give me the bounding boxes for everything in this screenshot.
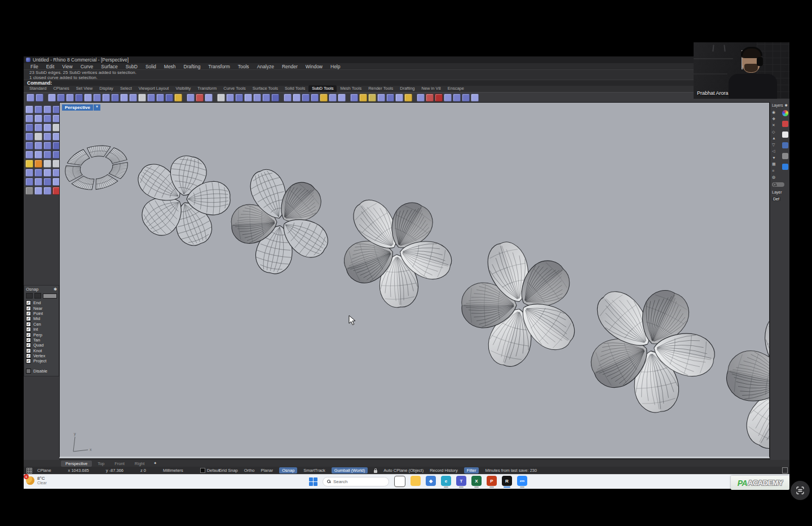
osnap-option-quad[interactable]: ✓Quad: [26, 343, 57, 348]
toolbar-button-47[interactable]: [462, 94, 470, 102]
osnap-option-point[interactable]: ✓Point: [26, 311, 57, 316]
osnap-tool-button-2[interactable]: [34, 293, 41, 299]
menu-mesh[interactable]: Mesh: [160, 64, 180, 69]
osnap-option-tan[interactable]: ✓Tan: [26, 337, 57, 343]
osnap-option-cen[interactable]: ✓Cen: [26, 322, 57, 327]
toolbar-tab-visibility[interactable]: Visibility: [172, 85, 194, 92]
menu-render[interactable]: Render: [278, 64, 302, 69]
toolbar-button-30[interactable]: [302, 94, 310, 102]
layers-tool-icon-11[interactable]: ◍: [772, 175, 776, 179]
toolbar-button-28[interactable]: [284, 94, 292, 102]
toolbar-button-31[interactable]: [311, 94, 319, 102]
status-default[interactable]: Default: [200, 468, 220, 473]
toolbar-button-15[interactable]: [156, 94, 164, 102]
sidebar-tool-18[interactable]: [34, 142, 42, 150]
toolbar-button-12[interactable]: [129, 94, 137, 102]
sidebar-tool-39[interactable]: [43, 187, 51, 195]
toolbar-button-8[interactable]: [93, 94, 101, 102]
title-bar[interactable]: Untitled - Rhino 8 Commercial - [Perspec…: [24, 56, 789, 63]
viewport-tab-perspective[interactable]: Perspective: [61, 461, 92, 467]
status-filter[interactable]: Filter: [464, 467, 479, 474]
sidebar-tool-31[interactable]: [43, 169, 51, 177]
taskbar-search[interactable]: Search: [323, 477, 389, 486]
gear-icon[interactable]: ✱: [785, 103, 788, 108]
menu-window[interactable]: Window: [302, 64, 326, 69]
menu-edit[interactable]: Edit: [42, 64, 59, 69]
toolbar-tab-surface-tools[interactable]: Surface Tools: [249, 85, 281, 92]
taskbar-app-3d-viewer[interactable]: ◆: [426, 476, 436, 486]
toolbar-button-18[interactable]: [187, 94, 195, 102]
toolbar-button-2[interactable]: [36, 94, 43, 102]
status-y-87-366[interactable]: y -87.366: [106, 468, 123, 473]
viewport-canvas[interactable]: xy: [60, 103, 769, 457]
viewport-title[interactable]: Perspective ▼: [62, 104, 100, 111]
taskbar-app-zoom[interactable]: zm: [517, 476, 527, 486]
menu-surface[interactable]: Surface: [97, 64, 121, 69]
sidebar-tool-6[interactable]: [34, 115, 42, 122]
osnap-option-project[interactable]: ✓Project: [26, 358, 57, 363]
gear-icon[interactable]: ✱: [54, 287, 57, 292]
menu-solid[interactable]: Solid: [142, 64, 160, 69]
checkbox-icon[interactable]: ✓: [26, 300, 31, 305]
toolbar-button-13[interactable]: [138, 94, 146, 102]
checkbox-icon[interactable]: ✓: [26, 311, 31, 316]
toolbar-button-41[interactable]: [404, 94, 412, 102]
start-button[interactable]: [309, 477, 317, 486]
toolbar-tab-mesh-tools[interactable]: Mesh Tools: [337, 85, 365, 92]
taskbar-app-excel[interactable]: X: [471, 476, 482, 486]
menu-help[interactable]: Help: [326, 64, 344, 69]
checkbox-icon[interactable]: [26, 369, 31, 374]
toolbar-button-20[interactable]: [205, 94, 213, 102]
checkbox-icon[interactable]: ✓: [26, 327, 31, 332]
screen-capture-button[interactable]: [791, 481, 810, 500]
viewport-tab-top[interactable]: Top: [93, 461, 109, 467]
toolbar-button-16[interactable]: [165, 94, 173, 102]
toolbar-button-42[interactable]: [417, 94, 425, 102]
sidebar-tool-1[interactable]: [25, 106, 33, 113]
taskbar-app-powerpoint[interactable]: P: [487, 476, 497, 486]
toolbar-button-26[interactable]: [262, 94, 270, 102]
osnap-option-end[interactable]: ✓End: [26, 300, 57, 305]
checkbox-icon[interactable]: ✓: [26, 358, 31, 363]
toolbar-button-33[interactable]: [329, 94, 337, 102]
menu-view[interactable]: View: [58, 64, 76, 69]
layers-tool-icon-6[interactable]: ▽: [772, 143, 776, 147]
panel-tab-icon-4[interactable]: [782, 142, 788, 148]
menu-tools[interactable]: Tools: [234, 64, 253, 69]
osnap-option-knot[interactable]: ✓Knot: [26, 348, 57, 353]
panel-tab-icon-5[interactable]: [782, 153, 788, 159]
taskbar-app-teams[interactable]: T: [456, 476, 466, 486]
layers-tool-icon-5[interactable]: ▲: [772, 136, 776, 141]
osnap-disable-row[interactable]: Disable: [26, 369, 57, 374]
toolbar-tab-cplanes[interactable]: CPlanes: [50, 85, 72, 92]
osnap-option-near[interactable]: ✓Near: [26, 305, 57, 310]
status-x-1043-685[interactable]: x 1043.685: [68, 468, 89, 473]
status-gumball-world-[interactable]: Gumball (World): [332, 467, 368, 474]
osnap-option-perp[interactable]: ✓Perp: [26, 332, 57, 337]
checkbox-icon[interactable]: ✓: [26, 353, 31, 358]
checkbox-icon[interactable]: ✓: [26, 337, 31, 343]
toolbar-button-5[interactable]: [66, 94, 74, 102]
toolbar-button-38[interactable]: [377, 94, 385, 102]
layers-tool-icon-10[interactable]: ≡: [772, 169, 776, 173]
toolbar-tab-new-in-v8[interactable]: New in V8: [418, 85, 444, 92]
layers-tool-icon-8[interactable]: ▼: [772, 156, 776, 160]
toolbar-tab-solid-tools[interactable]: Solid Tools: [281, 85, 308, 92]
osnap-option-vertex[interactable]: ✓Vertex: [26, 353, 57, 358]
toolbar-button-27[interactable]: [271, 94, 279, 102]
toolbar-button-10[interactable]: [111, 94, 119, 102]
toolbar-button-32[interactable]: [320, 94, 328, 102]
toolbar-button-7[interactable]: [84, 94, 92, 102]
layers-tool-icon-9[interactable]: ▦: [772, 162, 776, 166]
taskbar-app-task-view[interactable]: [394, 476, 405, 487]
toolbar-button-9[interactable]: [102, 94, 110, 102]
sidebar-tool-21[interactable]: [25, 151, 33, 159]
status-minutes-from-last-save-230[interactable]: Minutes from last save: 230: [485, 468, 537, 473]
layers-tool-icon-2[interactable]: ❖: [772, 117, 776, 121]
toolbar-button-40[interactable]: [395, 94, 403, 102]
sidebar-tool-29[interactable]: [25, 169, 33, 177]
toolbar-button-4[interactable]: [57, 94, 65, 102]
menu-transform[interactable]: Transform: [204, 64, 233, 69]
panel-tab-icon-1[interactable]: [782, 110, 788, 116]
layers-tool-icon-1[interactable]: ◉: [772, 110, 776, 115]
